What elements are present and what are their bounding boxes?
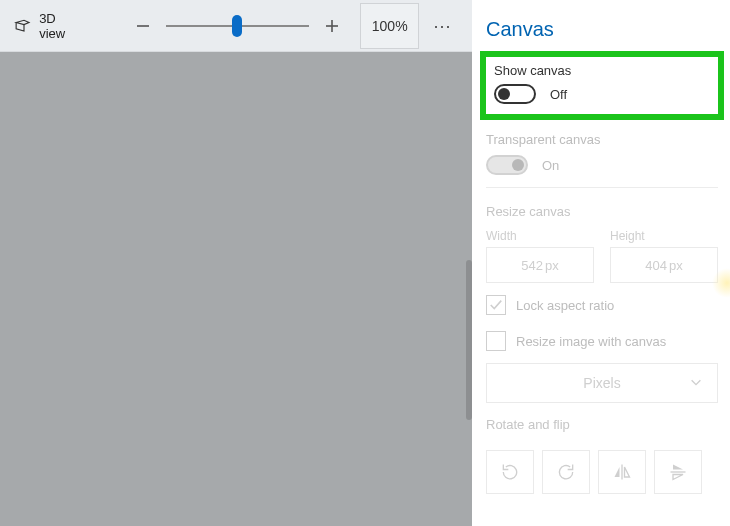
zoom-slider[interactable]	[166, 9, 310, 43]
flip-vertical-icon	[668, 462, 688, 482]
show-canvas-label: Show canvas	[494, 63, 710, 78]
minus-icon	[135, 18, 151, 34]
flip-horizontal-button[interactable]	[598, 450, 646, 494]
resize-image-label: Resize image with canvas	[516, 334, 666, 349]
height-label: Height	[610, 229, 718, 243]
rotate-ccw-button[interactable]	[486, 450, 534, 494]
transparent-canvas-toggle[interactable]	[486, 155, 528, 175]
chevron-down-icon	[689, 375, 703, 392]
checkmark-icon	[489, 298, 503, 312]
flip-horizontal-icon	[612, 462, 632, 482]
zoom-slider-thumb[interactable]	[232, 15, 242, 37]
show-canvas-section: Show canvas Off	[480, 51, 724, 120]
svg-marker-4	[615, 467, 620, 477]
lock-aspect-checkbox[interactable]	[486, 295, 506, 315]
resize-canvas-label: Resize canvas	[486, 204, 718, 219]
svg-marker-5	[625, 467, 630, 477]
transparent-canvas-label: Transparent canvas	[486, 132, 718, 147]
svg-marker-8	[673, 475, 683, 480]
transparent-canvas-state: On	[542, 158, 559, 173]
svg-marker-7	[673, 465, 683, 470]
canvas-panel: Canvas Show canvas Off Transparent canva…	[472, 0, 730, 526]
plus-icon	[324, 18, 340, 34]
show-canvas-state: Off	[550, 87, 567, 102]
more-button[interactable]: ⋯	[425, 15, 458, 37]
cursor-highlight	[712, 268, 730, 298]
width-input[interactable]: 542px	[486, 247, 594, 283]
unit-dropdown-value: Pixels	[583, 375, 620, 391]
ellipsis-icon: ⋯	[433, 15, 451, 37]
panel-title: Canvas	[486, 18, 718, 41]
height-input[interactable]: 404px	[610, 247, 718, 283]
zoom-in-button[interactable]	[315, 9, 348, 43]
view-3d-label: 3D view	[39, 11, 83, 41]
unit-dropdown[interactable]: Pixels	[486, 363, 718, 403]
lock-aspect-label: Lock aspect ratio	[516, 298, 614, 313]
flip-vertical-button[interactable]	[654, 450, 702, 494]
canvas-viewport[interactable]	[0, 52, 472, 526]
rotate-cw-icon	[556, 462, 576, 482]
rotate-ccw-icon	[500, 462, 520, 482]
rotate-flip-label: Rotate and flip	[486, 417, 718, 432]
rotate-cw-button[interactable]	[542, 450, 590, 494]
zoom-percent-button[interactable]: 100%	[360, 3, 419, 49]
zoom-out-button[interactable]	[127, 9, 160, 43]
view-3d-icon	[14, 17, 31, 35]
resize-image-checkbox[interactable]	[486, 331, 506, 351]
top-toolbar: 3D view 100% ⋯	[0, 0, 472, 52]
view-3d-button[interactable]: 3D view	[14, 11, 83, 41]
width-label: Width	[486, 229, 594, 243]
show-canvas-toggle[interactable]	[494, 84, 536, 104]
